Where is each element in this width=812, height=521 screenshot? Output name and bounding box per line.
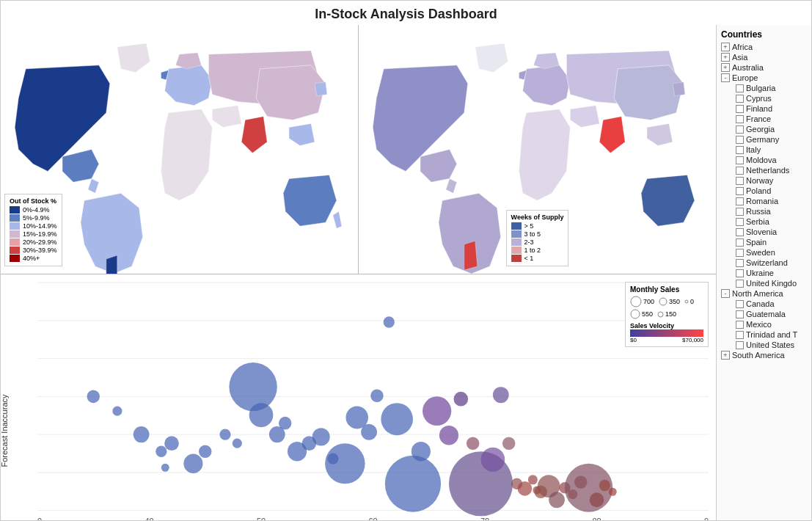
scatter-row: 0% 10% 20% 30% 40% 50% 60% 30 40 50 60 7… [1,274,716,520]
sidebar-item-spain[interactable]: Spain [721,238,807,247]
sidebar-item-russia[interactable]: Russia [721,207,807,216]
checkbox-italy[interactable] [736,146,744,154]
sidebar-label-romania: Romania [746,197,778,205]
legend-color-4 [10,230,20,238]
checkbox-slovenia[interactable] [736,228,744,236]
monthly-item-700: 700 [630,296,654,307]
checkbox-switzerland[interactable] [736,259,744,267]
left-content: Out of Stock % 0%-4.9% 5%-9.9% 10%-14.9% [1,25,716,520]
sidebar-label-bulgaria: Bulgaria [746,84,775,92]
checkbox-norway[interactable] [736,177,744,185]
sidebar-item-guatemala[interactable]: Guatemala [721,310,807,318]
velocity-gradient-bar [630,329,703,337]
sidebar-item-slovenia[interactable]: Slovenia [721,227,807,236]
checkbox-serbia[interactable] [736,218,744,226]
sidebar-item-georgia[interactable]: Georgia [721,125,807,134]
sidebar-item-asia[interactable]: + Asia [721,53,807,62]
legend-item-4: 15%-19.9% [10,230,57,238]
sidebar-item-canada[interactable]: Canada [721,299,807,308]
checkbox-bulgaria[interactable] [736,84,744,92]
main-area: Out of Stock % 0%-4.9% 5%-9.9% 10%-14.9% [1,25,811,520]
svg-point-22 [659,298,667,305]
checkbox-trinidad[interactable] [736,331,744,339]
sidebar-item-bulgaria[interactable]: Bulgaria [721,84,807,92]
sidebar-item-united-states[interactable]: United States [721,340,807,349]
sidebar-item-cyprus[interactable]: Cyprus [721,94,807,103]
checkbox-georgia[interactable] [736,125,744,134]
sidebar-item-north-america[interactable]: - North America [721,289,807,298]
sidebar-item-australia[interactable]: + Australia [721,63,807,72]
svg-text:40: 40 [145,517,153,520]
scatter-point-red [528,475,538,484]
sidebar-item-trinidad[interactable]: Trinidad and T [721,330,807,339]
checkbox-spain[interactable] [736,238,744,247]
sidebar-label-united-states: United States [746,340,794,349]
sidebar-label-europe: Europe [732,73,758,82]
sidebar-item-finland[interactable]: Finland [721,104,807,113]
expander-south-america[interactable]: + [721,351,730,360]
checkbox-finland[interactable] [736,105,744,113]
sidebar-item-poland[interactable]: Poland [721,186,807,195]
sidebar-item-europe[interactable]: - Europe [721,73,807,82]
sidebar-item-italy[interactable]: Italy [721,145,807,154]
expander-asia[interactable]: + [721,53,730,62]
sidebar-item-serbia[interactable]: Serbia [721,217,807,226]
legend-color-1 [10,206,20,214]
expander-australia[interactable]: + [721,63,730,72]
sidebar-item-netherlands[interactable]: Netherlands [721,166,807,175]
checkbox-united-kingdom[interactable] [736,280,744,288]
map2-panel[interactable]: Weeks of Supply > 5 3 to 5 2-3 [359,25,716,274]
sidebar-label-united-kingdom: United Kingdo [746,279,797,288]
expander-africa[interactable]: + [721,43,730,51]
checkbox-romania[interactable] [736,197,744,205]
scatter-point [156,446,167,457]
checkbox-united-states[interactable] [736,341,744,349]
sidebar-item-france[interactable]: France [721,114,807,123]
sidebar-item-switzerland[interactable]: Switzerland [721,258,807,267]
expander-north-america[interactable]: - [721,289,730,298]
sidebar-item-germany[interactable]: Germany [721,135,807,144]
scatter-point [249,403,274,427]
map1-panel[interactable]: Out of Stock % 0%-4.9% 5%-9.9% 10%-14.9% [1,25,359,274]
sidebar-label-poland: Poland [746,186,771,195]
sidebar-item-united-kingdom[interactable]: United Kingdo [721,279,807,288]
checkbox-france[interactable] [736,115,744,123]
monthly-label-350: 350 [669,298,680,305]
sidebar-label-cyprus: Cyprus [746,94,772,103]
legend-item-1: 0%-4.9% [10,206,57,214]
monthly-item-350: 350 [659,297,680,306]
sidebar-item-norway[interactable]: Norway [721,176,807,185]
scatter-panel: 0% 10% 20% 30% 40% 50% 60% 30 40 50 60 7… [1,274,716,520]
map2-legend: Weeks of Supply > 5 3 to 5 2-3 [506,210,569,266]
sidebar-item-ukraine[interactable]: Ukraine [721,269,807,277]
checkbox-moldova[interactable] [736,156,744,164]
scatter-point-red [467,437,479,450]
scatter-point [361,424,377,440]
scatter-point-red [502,437,515,450]
sidebar-label-germany: Germany [746,135,779,144]
map2-legend-title: Weeks of Supply [511,214,564,221]
map2-legend-color-4 [511,247,522,254]
scatter-point-purple [423,396,451,426]
sidebar-item-africa[interactable]: + Africa [721,43,807,51]
sidebar-item-sweden[interactable]: Sweden [721,248,807,257]
checkbox-russia[interactable] [736,208,744,216]
sidebar-item-south-america[interactable]: + South America [721,351,807,360]
checkbox-sweden[interactable] [736,249,744,257]
monthly-label-0: 0 [690,298,694,305]
checkbox-poland[interactable] [736,187,744,195]
checkbox-ukraine[interactable] [736,269,744,277]
sidebar-item-mexico[interactable]: Mexico [721,320,807,329]
expander-europe[interactable]: - [721,73,730,82]
checkbox-guatemala[interactable] [736,310,744,318]
checkbox-netherlands[interactable] [736,167,744,175]
checkbox-mexico[interactable] [736,321,744,329]
scatter-point [370,389,383,402]
legend-color-7 [10,255,20,262]
sidebar-item-romania[interactable]: Romania [721,197,807,205]
legend-item-5: 20%-29.9% [10,238,57,246]
sidebar-item-moldova[interactable]: Moldova [721,156,807,164]
checkbox-canada[interactable] [736,300,744,308]
checkbox-cyprus[interactable] [736,95,744,103]
checkbox-germany[interactable] [736,136,744,144]
